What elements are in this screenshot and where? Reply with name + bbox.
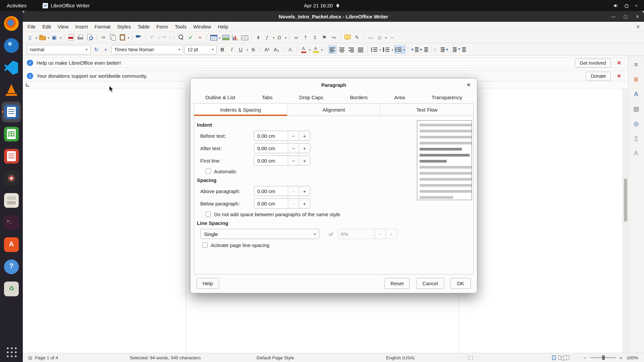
terminal-icon[interactable]	[2, 212, 21, 233]
language-status[interactable]: English (USA)	[386, 355, 415, 360]
files-icon[interactable]	[2, 190, 21, 211]
book-view-button[interactable]	[564, 355, 569, 360]
insert-textbox-button[interactable]: ▾	[240, 33, 249, 42]
focused-app-indicator[interactable]: LibreOffice Writer	[43, 3, 90, 8]
save-status-icon[interactable]: ▤	[28, 355, 32, 360]
properties-icon[interactable]: ≣	[630, 73, 642, 85]
dialog-close-button[interactable]: ✕	[465, 81, 472, 88]
dialog-tab[interactable]: Area	[394, 95, 405, 100]
activate-page-line-spacing-checkbox[interactable]: Activate page line-spacing	[202, 242, 467, 248]
superscript-button[interactable]: A² ▾	[263, 45, 271, 54]
vlc-icon[interactable]	[2, 79, 21, 100]
spin-value[interactable]: 0.00 cm	[254, 156, 288, 165]
freeform-line-button[interactable]: ~ ▾	[388, 33, 396, 42]
update-style-button[interactable]: ↻ ▾	[92, 45, 101, 54]
menu-item[interactable]: Tools	[171, 22, 190, 32]
spin-plus-button[interactable]: +	[299, 131, 310, 140]
single-page-view-button[interactable]	[552, 355, 556, 360]
no-space-same-style-checkbox[interactable]: Do not add space between paragraphs of t…	[206, 211, 467, 218]
infobar-close-icon[interactable]: ✕	[617, 60, 621, 66]
auto-spellcheck-button[interactable]: ≈ ▾	[196, 33, 204, 42]
cut-button[interactable]: ✂ ▾	[99, 33, 108, 42]
menu-item[interactable]: Table	[134, 22, 153, 32]
zoom-in-button[interactable]: +	[620, 355, 623, 361]
line-spacing-button[interactable]: ▾	[434, 45, 445, 54]
new-style-button[interactable]: + ▾	[101, 45, 110, 54]
spelling-button[interactable]: ✔ ▾	[186, 33, 195, 42]
insert-special-character-button[interactable]: Ω ▾	[275, 33, 287, 42]
redo-button[interactable]: ↷ ▾	[160, 33, 172, 42]
cancel-button[interactable]: Cancel	[416, 278, 444, 289]
basic-shapes-button[interactable]: ◇ ▾	[376, 33, 387, 42]
decrease-indent-button[interactable]: ▾	[411, 45, 419, 54]
clock-menu[interactable]: Apr 21 16:20	[304, 0, 340, 11]
window-close-button[interactable]: ✕	[636, 14, 639, 19]
export-pdf-button[interactable]: ▾	[67, 33, 75, 42]
donate-button[interactable]: Donate	[586, 72, 611, 80]
strikethrough-button[interactable]: S ▾	[249, 45, 258, 54]
word-count-status[interactable]: Selected: 94 words, 545 characters	[130, 355, 201, 360]
insert-field-button[interactable]: ƒ ▾	[263, 33, 275, 42]
insert-image-button[interactable]: ▾	[221, 33, 230, 42]
paste-button[interactable]: ▾	[118, 33, 129, 42]
page-style-status[interactable]: Default Page Style	[257, 355, 294, 360]
undo-button[interactable]: ↶ ▾	[148, 33, 160, 42]
camera-app-icon[interactable]	[2, 168, 21, 189]
vscode-icon[interactable]	[2, 57, 21, 78]
menu-item[interactable]: Edit	[39, 22, 54, 32]
sidebar-settings-icon[interactable]: ≡	[630, 59, 642, 71]
thunderbird-icon[interactable]	[2, 35, 21, 56]
menu-item[interactable]: Insert	[72, 22, 91, 32]
print-button[interactable]: ▾	[76, 33, 85, 42]
page-number-status[interactable]: Page 1 of 4	[35, 355, 58, 360]
spin-field[interactable]: 0.00 cm − +	[254, 198, 310, 208]
spin-minus-button[interactable]: −	[288, 186, 299, 196]
multi-page-view-button[interactable]	[558, 356, 561, 360]
insert-comment-button[interactable]: ▾	[343, 33, 352, 42]
menu-item[interactable]: File	[24, 22, 39, 32]
highlight-color-button[interactable]: A ▾	[312, 45, 323, 54]
tab-stop-left-icon[interactable]	[26, 83, 29, 86]
dialog-tab[interactable]: Drop Caps	[299, 95, 323, 100]
trash-icon[interactable]	[2, 279, 21, 299]
insert-page-break-button[interactable]: ⇟ ▾	[254, 33, 263, 42]
insert-footnote-button[interactable]: † ▾	[301, 33, 310, 42]
infobar-close-icon[interactable]: ✕	[617, 73, 621, 79]
menu-item[interactable]: Help	[214, 22, 231, 32]
spin-value[interactable]: 0.00 cm	[254, 131, 288, 140]
menu-item[interactable]: Window	[190, 22, 214, 32]
zoom-out-button[interactable]: −	[584, 355, 587, 361]
copy-button[interactable]: ▾	[109, 33, 117, 42]
font-color-button[interactable]: A ▾	[300, 45, 311, 54]
spin-plus-button[interactable]: +	[299, 156, 310, 165]
clear-formatting-button[interactable]: A ▾	[286, 45, 294, 54]
horizontal-line-button[interactable]: — ▾	[366, 33, 375, 42]
activities-button[interactable]: Activities	[0, 0, 33, 11]
libreoffice-writer-icon[interactable]	[2, 102, 21, 122]
libreoffice-calc-icon[interactable]	[2, 124, 21, 144]
zoom-slider[interactable]	[590, 357, 616, 358]
maximize-button[interactable]: ▢	[624, 14, 628, 19]
style-inspector-icon[interactable]: A	[630, 147, 642, 159]
menu-item[interactable]: Form	[153, 22, 171, 32]
spin-minus-button[interactable]: −	[288, 131, 299, 140]
dialog-tab[interactable]: Transparency	[432, 95, 462, 100]
minimize-button[interactable]: —	[611, 14, 615, 19]
new-document-button[interactable]: ▯ ▾	[26, 33, 38, 42]
ubuntu-software-icon[interactable]	[2, 234, 21, 255]
spin-field[interactable]: 0.00 cm − +	[254, 186, 310, 196]
insert-table-button[interactable]: ▾	[209, 33, 221, 42]
paragraph-style-combobox[interactable]: normal ▾	[27, 45, 91, 54]
subscript-button[interactable]: A₂ ▾	[272, 45, 281, 54]
dialog-subtab[interactable]: Text Flow	[380, 104, 473, 116]
outline-format-button[interactable]: ▾	[394, 45, 406, 54]
navigator-icon[interactable]: ◎	[630, 118, 642, 130]
clone-formatting-button[interactable]: ▾	[135, 33, 143, 42]
zoom-percent[interactable]: 100%	[627, 355, 638, 360]
spin-field[interactable]: 0.00 cm − +	[254, 131, 310, 141]
menu-item[interactable]: View	[54, 22, 72, 32]
dialog-header[interactable]: Paragraph ✕	[191, 78, 477, 91]
save-button[interactable]: ▣ ▾	[50, 33, 62, 42]
insert-bookmark-button[interactable]: ⚑ ▾	[320, 33, 329, 42]
dialog-tab[interactable]: Tabs	[262, 95, 273, 100]
